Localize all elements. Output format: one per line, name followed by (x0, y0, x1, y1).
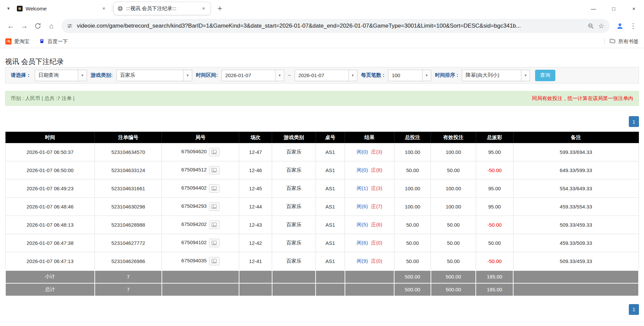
site-info-icon[interactable] (67, 23, 73, 29)
taobao-icon: 淘 (5, 38, 11, 44)
minimize-button[interactable]: — (583, 0, 604, 17)
reload-button[interactable] (31, 19, 45, 33)
browser-menu-icon[interactable]: ⋮ (626, 19, 640, 33)
search-button[interactable]: 查询 (535, 70, 555, 81)
globe-favicon-icon (117, 6, 123, 11)
tab-close-icon[interactable]: × (100, 5, 107, 12)
session-cell: 12-46 (239, 161, 272, 180)
bookmark-aitaobao[interactable]: 淘 爱淘宝 (5, 38, 29, 45)
result-cell: 闲(1) 庄(3) (345, 180, 394, 198)
game-kind-cell: 百家乐 (272, 198, 316, 216)
subtotal-payout: 185.00 (476, 270, 513, 283)
table-row: 2026-01-07 06:47:13 523104626986 6750940… (5, 252, 639, 270)
note-cell: 554.33/649.33 (513, 180, 639, 198)
empty-cell (345, 270, 394, 283)
round-media-icon[interactable] (209, 257, 219, 265)
payout-cell: -50.00 (476, 161, 513, 180)
round-id-text: 675094512 (181, 167, 207, 172)
date-separator: ~ (288, 72, 291, 78)
tab-search-button[interactable]: ▾ (3, 3, 13, 13)
result-banker: 庄(3) (371, 149, 382, 155)
page-1-button[interactable]: 1 (629, 304, 639, 315)
chevron-down-icon[interactable]: ▼ (183, 70, 192, 81)
valid-bet-cell: 50.00 (431, 252, 476, 270)
page-size-select[interactable]: 100 ▼ (388, 70, 431, 81)
bet-id-cell: 523104633124 (95, 161, 162, 180)
note-cell: 459.33/554.33 (513, 198, 639, 216)
new-tab-button[interactable]: + (214, 3, 226, 14)
date-mode-select[interactable]: 日期查询 ▼ (35, 70, 87, 81)
total-bet-link[interactable]: 100.00 (394, 143, 431, 161)
note-cell: 509.33/459.33 (513, 216, 639, 234)
total-bet-link[interactable]: 50.00 (394, 252, 431, 270)
page-title: 视讯 会员下注纪录 (5, 48, 639, 67)
result-player: 闲(1) (357, 185, 368, 191)
page-size-label: 每页笔数 : (361, 72, 384, 78)
total-bet-link[interactable]: 50.00 (394, 216, 431, 234)
forward-button[interactable]: → (18, 19, 31, 33)
tab-close-icon[interactable]: × (200, 5, 207, 12)
pagination-bottom: 1 (5, 304, 639, 315)
note-cell: 459.33/509.33 (513, 234, 639, 252)
result-cell: 闲(9) 庄(0) (345, 252, 394, 270)
total-bet-link[interactable]: 50.00 (394, 161, 431, 180)
close-button[interactable]: × (624, 0, 644, 17)
date-start-select[interactable]: 2026-01-07 ▼ (222, 70, 284, 81)
chevron-down-icon[interactable]: ▼ (78, 70, 87, 81)
tab-betrecord[interactable]: :::视讯 会员下注纪录::: × (114, 2, 211, 15)
game-kind-cell: 百家乐 (272, 252, 316, 270)
page-1-button[interactable]: 1 (629, 116, 639, 127)
tab-bar: ▾ Welcome × :::视讯 会员下注纪录::: × + — □ × (0, 0, 644, 17)
subtotal-row: 小计 7 500.00 500.00 185.00 (5, 270, 639, 283)
round-id-text: 675094402 (181, 185, 207, 191)
zoom-icon[interactable] (588, 23, 594, 29)
round-media-icon[interactable] (209, 166, 219, 174)
bookmark-star-icon[interactable]: ☆ (598, 22, 604, 30)
round-media-icon[interactable] (209, 148, 219, 156)
navigation-bar: ← → ⌂ videoie.com/game/betrecord_search/… (0, 17, 644, 35)
table-row: 2026-01-07 06:50:00 523104633124 6750945… (5, 161, 639, 180)
game-kind-cell: 百家乐 (272, 180, 316, 198)
round-media-icon[interactable] (209, 202, 219, 211)
back-button[interactable]: ← (4, 19, 18, 33)
all-bookmarks-button[interactable]: 所有书签 (609, 38, 639, 45)
total-count: 7 (95, 283, 162, 296)
tab-welcome[interactable]: Welcome × (13, 2, 111, 15)
total-label: 总计 (5, 283, 95, 296)
note-cell: 649.33/599.33 (513, 161, 639, 180)
result-cell: 闲(0) 庄(8) (345, 161, 394, 180)
round-media-icon[interactable] (209, 184, 219, 193)
chevron-down-icon[interactable]: ▼ (422, 70, 431, 81)
round-media-icon[interactable] (209, 239, 219, 247)
result-player: 闲(6) (357, 203, 368, 209)
total-bet-link[interactable]: 50.00 (394, 234, 431, 252)
home-button[interactable]: ⌂ (45, 19, 58, 33)
total-bet-link[interactable]: 100.00 (394, 180, 431, 198)
game-kind-select[interactable]: 百家乐 ▼ (116, 70, 192, 81)
chevron-down-icon[interactable]: ▼ (275, 70, 284, 81)
result-player: 闲(9) (357, 258, 368, 264)
subtotal-total-bet: 500.00 (394, 270, 431, 283)
date-end-select[interactable]: 2026-01-07 ▼ (295, 70, 357, 81)
total-total-bet: 500.00 (394, 283, 431, 296)
chevron-down-icon[interactable]: ▼ (521, 70, 530, 81)
tab-title: :::视讯 会员下注纪录::: (126, 5, 197, 12)
sort-select[interactable]: 降幂(由大到小) ▼ (462, 70, 530, 81)
address-bar[interactable]: videoie.com/game/betrecord_search/kind3?… (61, 19, 610, 33)
round-media-icon[interactable] (209, 221, 219, 229)
total-bet-link[interactable]: 100.00 (394, 198, 431, 216)
bookmark-baidu[interactable]: 百度一下 (39, 38, 68, 45)
maximize-button[interactable]: □ (604, 0, 624, 17)
url-text[interactable]: videoie.com/game/betrecord_search/kind3?… (77, 23, 584, 29)
subtotal-label: 小计 (5, 270, 95, 283)
col-round-id: 局号 (162, 132, 239, 143)
chevron-down-icon[interactable]: ▼ (348, 70, 357, 81)
summary-notice: 同局有效投注，统一计算在该局第一张注单内 (532, 95, 633, 102)
profile-avatar[interactable] (613, 19, 626, 33)
result-banker: 庄(6) (371, 222, 382, 227)
bet-id-cell: 523104631661 (95, 180, 162, 198)
game-kind-cell: 百家乐 (272, 143, 316, 161)
table-row: 2026-01-07 06:47:38 523104627772 6750941… (5, 234, 639, 252)
col-time: 时间 (5, 132, 95, 143)
result-banker: 庄(0) (371, 240, 382, 246)
